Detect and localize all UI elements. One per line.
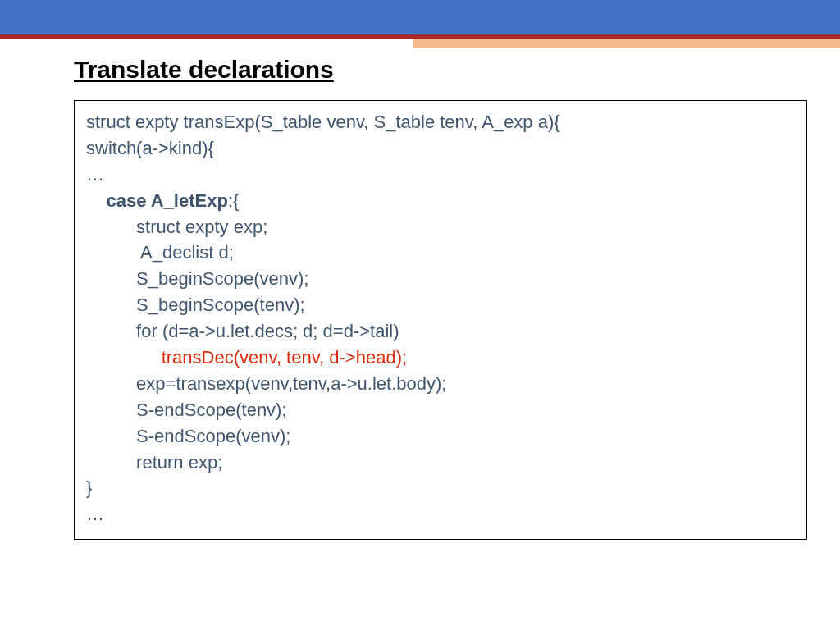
case-label: case A_letExp — [106, 190, 227, 211]
slide-title: Translate declarations — [74, 56, 807, 84]
code-line: switch(a->kind){ — [86, 135, 795, 162]
code-line: S_beginScope(tenv); — [86, 292, 795, 318]
code-line: … — [86, 162, 795, 188]
code-line: exp=transexp(venv,tenv,a->u.let.body); — [86, 371, 795, 397]
code-line: struct expty exp; — [86, 214, 795, 240]
code-line: … — [86, 501, 795, 527]
header-blue-bar — [0, 0, 840, 34]
header-orange-bar — [0, 39, 840, 48]
code-line: struct expty transExp(S_table venv, S_ta… — [86, 109, 795, 135]
code-line: case A_letExp:{ — [86, 188, 795, 214]
code-line: S-endScope(venv); — [86, 423, 795, 450]
code-line-highlight: transDec(venv, tenv, d->head); — [86, 345, 795, 371]
code-line: S-endScope(tenv); — [86, 397, 795, 423]
code-line: return exp; — [86, 450, 795, 476]
code-block: struct expty transExp(S_table venv, S_ta… — [74, 100, 807, 540]
slide-content: Translate declarations struct expty tran… — [0, 48, 840, 540]
code-line: A_declist d; — [86, 240, 795, 266]
code-line: S_beginScope(venv); — [86, 266, 795, 292]
code-line: } — [86, 475, 795, 501]
code-line: for (d=a->u.let.decs; d; d=d->tail) — [86, 318, 795, 345]
